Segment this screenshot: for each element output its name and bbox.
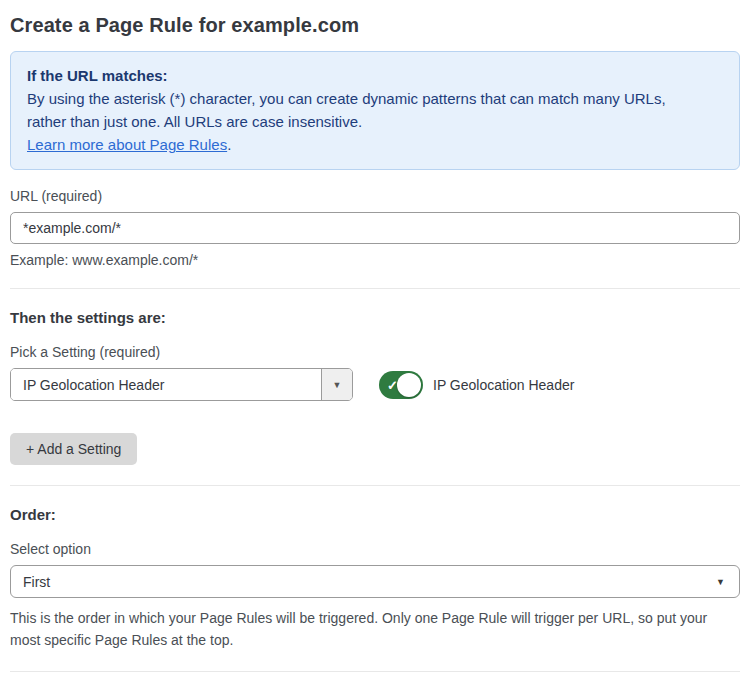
learn-more-link[interactable]: Learn more about Page Rules: [27, 136, 227, 153]
order-select-value: First: [23, 574, 50, 590]
order-select-label: Select option: [10, 541, 740, 557]
page-title: Create a Page Rule for example.com: [10, 14, 740, 37]
toggle-knob: [397, 373, 421, 397]
setting-select-arrow-button[interactable]: ▼: [321, 369, 352, 400]
url-match-info-box: If the URL matches: By using the asteris…: [10, 51, 740, 170]
geolocation-toggle[interactable]: ✓: [379, 371, 423, 399]
order-help-text: This is the order in which your Page Rul…: [10, 607, 740, 651]
setting-select[interactable]: IP Geolocation Header ▼: [10, 368, 353, 401]
add-setting-button[interactable]: + Add a Setting: [10, 433, 137, 465]
geolocation-toggle-group: ✓ IP Geolocation Header: [379, 371, 574, 399]
info-box-body: By using the asterisk (*) character, you…: [27, 87, 687, 133]
info-box-link-line: Learn more about Page Rules.: [27, 133, 723, 156]
order-select[interactable]: First ▼: [10, 565, 740, 598]
url-field-label: URL (required): [10, 188, 740, 204]
setting-select-value: IP Geolocation Header: [11, 369, 321, 400]
url-input[interactable]: [10, 212, 740, 244]
settings-section-heading: Then the settings are:: [10, 309, 740, 326]
chevron-down-icon: ▼: [333, 380, 342, 390]
url-field-hint: Example: www.example.com/*: [10, 252, 740, 268]
divider: [10, 288, 740, 289]
divider: [10, 485, 740, 486]
toggle-label: IP Geolocation Header: [433, 377, 574, 393]
create-page-rule-form: Create a Page Rule for example.com If th…: [0, 0, 750, 687]
info-box-heading: If the URL matches:: [27, 64, 723, 87]
divider: [10, 671, 740, 672]
chevron-down-icon: ▼: [716, 577, 725, 587]
link-suffix: .: [227, 136, 231, 153]
pick-setting-label: Pick a Setting (required): [10, 344, 740, 360]
setting-row: IP Geolocation Header ▼ ✓ IP Geolocation…: [10, 368, 740, 401]
order-section-heading: Order:: [10, 506, 740, 523]
